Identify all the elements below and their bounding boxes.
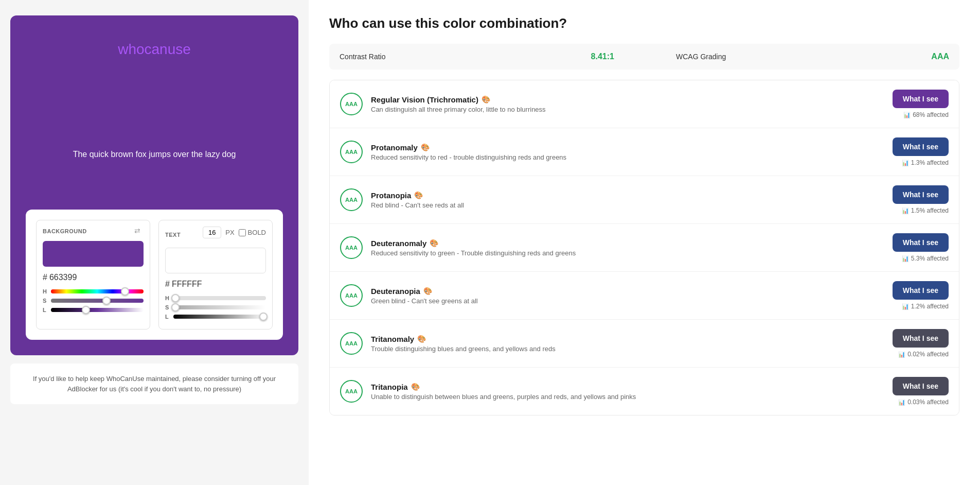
vision-emoji-6: 🎨 [411, 383, 420, 391]
aaa-badge-2: AAA [340, 188, 363, 211]
vision-action-4: What I see 📊 1.2% affected [893, 281, 949, 310]
text-sat-thumb[interactable] [171, 303, 180, 311]
vision-item: AAA Protanopia 🎨 Red blind - Can't see r… [330, 176, 959, 224]
vision-action-3: What I see 📊 5.3% affected [893, 233, 949, 262]
vision-name-2: Protanopia 🎨 [371, 191, 893, 200]
vision-name-4: Deuteranopia 🎨 [371, 287, 893, 296]
text-hue-track[interactable] [173, 296, 266, 300]
logo: whocanuse [118, 41, 191, 58]
vision-emoji-0: 🎨 [482, 95, 490, 103]
text-color-swatch [165, 248, 266, 273]
swap-icon[interactable]: ⇄ [134, 227, 144, 236]
bar-icon-0: 📊 [903, 112, 911, 118]
what-i-see-button-0[interactable]: What I see [893, 90, 949, 108]
bar-icon-5: 📊 [898, 351, 905, 358]
background-light-thumb[interactable] [82, 306, 90, 314]
bar-icon-4: 📊 [902, 303, 909, 310]
what-i-see-button-1[interactable]: What I see [893, 137, 949, 156]
aaa-badge-6: AAA [340, 380, 363, 403]
affected-text-4: 📊 1.2% affected [902, 303, 949, 310]
contrast-value: 8.41:1 [591, 52, 614, 61]
background-hex-row: # [43, 273, 144, 282]
text-light-row: L [165, 314, 266, 320]
vision-desc-4: Green blind - Can't see greens at all [371, 297, 893, 305]
text-light-track[interactable] [173, 315, 266, 319]
what-i-see-button-6[interactable]: What I see [893, 377, 949, 395]
aaa-badge-4: AAA [340, 284, 363, 307]
text-hue-row: H [165, 295, 266, 301]
text-l-label: L [165, 314, 170, 320]
vision-info-2: Protanopia 🎨 Red blind - Can't see reds … [371, 191, 893, 209]
text-sat-track[interactable] [173, 305, 266, 309]
wcag-value: AAA [931, 52, 949, 61]
text-light-thumb[interactable] [259, 313, 268, 321]
background-panel-header: BACKGROUND ⇄ [43, 227, 144, 236]
vision-desc-5: Trouble distinguishing blues and greens,… [371, 345, 893, 353]
vision-desc-1: Reduced sensitivity to red - trouble dis… [371, 153, 893, 161]
vision-item: AAA Protanomaly 🎨 Reduced sensitivity to… [330, 128, 959, 176]
background-sat-track[interactable] [51, 299, 144, 303]
vision-action-5: What I see 📊 0.02% affected [893, 329, 949, 358]
vision-action-6: What I see 📊 0.03% affected [893, 377, 949, 406]
vision-item: AAA Tritanopia 🎨 Unable to distinguish b… [330, 368, 959, 415]
text-hex-row: # [165, 280, 266, 289]
vision-info-0: Regular Vision (Trichromatic) 🎨 Can dist… [371, 95, 893, 113]
vision-name-6: Tritanopia 🎨 [371, 383, 893, 391]
left-panel: whocanuse The quick brown fox jumps over… [0, 0, 309, 485]
wcag-label: WCAG Grading [676, 53, 726, 61]
what-i-see-button-2[interactable]: What I see [893, 185, 949, 204]
what-i-see-button-3[interactable]: What I see [893, 233, 949, 252]
vision-name-1: Protanomaly 🎨 [371, 143, 893, 152]
bold-checkbox[interactable] [239, 229, 246, 236]
vision-info-1: Protanomaly 🎨 Reduced sensitivity to red… [371, 143, 893, 161]
px-label: PX [225, 229, 234, 236]
text-hex-input[interactable] [172, 280, 266, 289]
bold-label: BOLD [248, 229, 266, 236]
bold-row: BOLD [239, 229, 266, 236]
text-sat-row: S [165, 304, 266, 310]
contrast-bar: Contrast Ratio 8.41:1 WCAG Grading AAA [329, 44, 959, 70]
background-hex-hash: # [43, 273, 47, 282]
aaa-badge-0: AAA [340, 93, 363, 115]
background-sat-thumb[interactable] [102, 297, 111, 305]
background-hue-track[interactable] [51, 289, 144, 293]
vision-item: AAA Deuteranomaly 🎨 Reduced sensitivity … [330, 224, 959, 272]
bar-icon-3: 📊 [902, 255, 909, 262]
text-label: TEXT [165, 232, 181, 238]
what-i-see-button-5[interactable]: What I see [893, 329, 949, 348]
vision-desc-6: Unable to distinguish between blues and … [371, 393, 893, 401]
bar-icon-6: 📊 [898, 399, 905, 406]
background-hue-thumb[interactable] [121, 287, 129, 296]
background-hex-input[interactable] [49, 273, 144, 282]
affected-text-1: 📊 1.3% affected [902, 159, 949, 166]
vision-info-3: Deuteranomaly 🎨 Reduced sensitivity to g… [371, 239, 893, 257]
logo-suffix: use [168, 41, 191, 57]
background-light-row: L [43, 307, 144, 313]
bar-icon-1: 📊 [902, 160, 909, 166]
background-panel: BACKGROUND ⇄ # H S [36, 220, 150, 330]
vision-action-2: What I see 📊 1.5% affected [893, 185, 949, 214]
text-hue-thumb[interactable] [171, 294, 180, 302]
background-color-swatch [43, 241, 144, 267]
adblock-text: If you'd like to help keep WhoCanUse mai… [33, 375, 276, 393]
vision-list: AAA Regular Vision (Trichromatic) 🎨 Can … [329, 80, 959, 415]
text-s-label: S [165, 304, 170, 310]
what-i-see-button-4[interactable]: What I see [893, 281, 949, 300]
adblock-notice: If you'd like to help keep WhoCanUse mai… [10, 363, 298, 404]
page-title: Who can use this color combination? [329, 15, 959, 31]
vision-emoji-5: 🎨 [417, 335, 426, 343]
vision-desc-0: Can distinguish all three primary color,… [371, 106, 893, 113]
font-size-input[interactable] [203, 227, 221, 238]
vision-action-0: What I see 📊 68% affected [893, 90, 949, 118]
aaa-badge-3: AAA [340, 236, 363, 259]
vision-emoji-3: 🎨 [430, 239, 438, 247]
contrast-label: Contrast Ratio [340, 53, 385, 61]
vision-item: AAA Tritanomaly 🎨 Trouble distinguishing… [330, 320, 959, 368]
text-panel: TEXT PX BOLD # H [158, 220, 273, 330]
background-label: BACKGROUND [43, 228, 87, 234]
vision-emoji-1: 🎨 [421, 143, 430, 151]
background-light-track[interactable] [51, 308, 144, 312]
text-panel-header: TEXT PX BOLD [165, 227, 266, 242]
affected-text-3: 📊 5.3% affected [902, 255, 949, 262]
vision-desc-3: Reduced sensitivity to green - Trouble d… [371, 249, 893, 257]
